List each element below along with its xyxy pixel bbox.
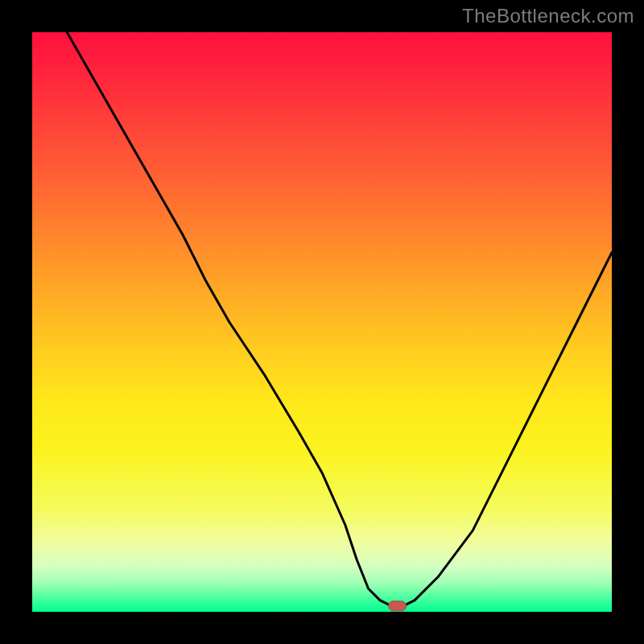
curve-layer <box>32 32 612 612</box>
chart-frame: TheBottleneck.com <box>0 0 644 644</box>
plot-area <box>32 32 612 612</box>
watermark: TheBottleneck.com <box>462 5 634 27</box>
bottleneck-curve <box>67 32 612 606</box>
optimum-marker <box>389 601 407 611</box>
